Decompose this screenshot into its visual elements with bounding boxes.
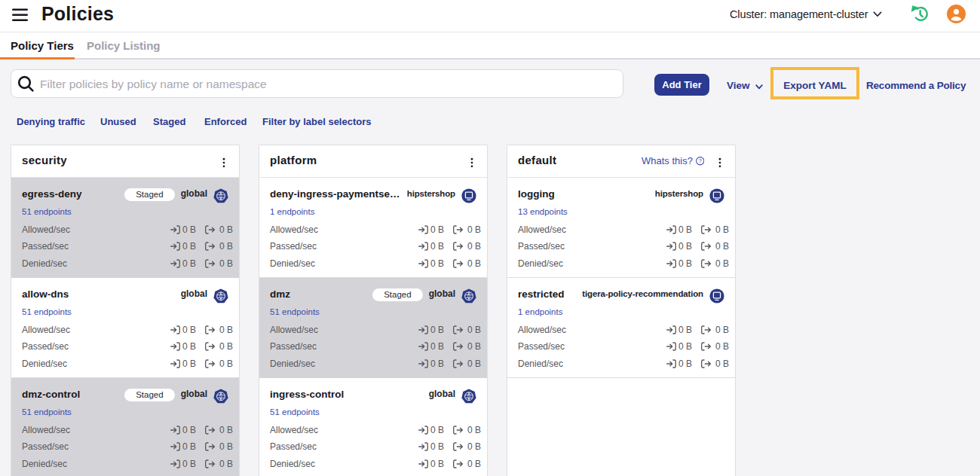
svg-text:?: ? [698,157,701,164]
